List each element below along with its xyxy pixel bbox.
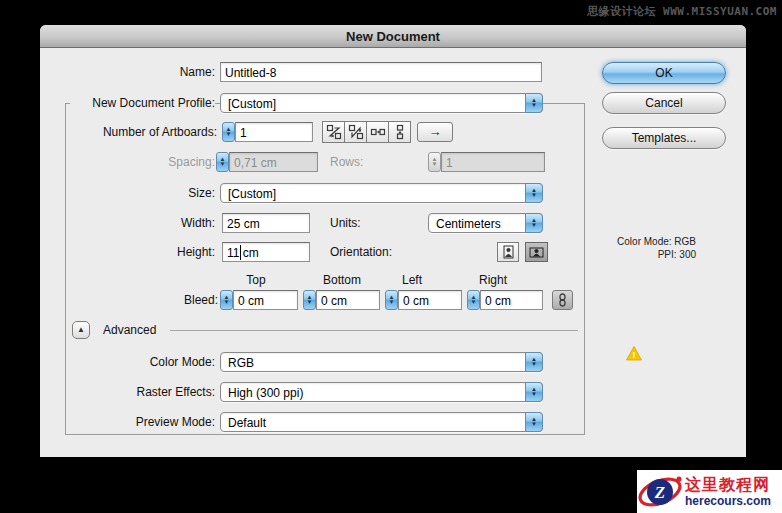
ok-button[interactable]: OK (602, 62, 726, 84)
portrait-icon (502, 245, 515, 259)
bleed-top-value: 0 cm (238, 294, 264, 308)
artboards-value: 1 (240, 126, 247, 140)
bleed-top-stepper[interactable]: ▲▼ (220, 290, 233, 310)
units-label: Units: (330, 213, 440, 233)
dialog-title: New Document (40, 25, 746, 48)
size-dropdown[interactable]: [Custom] ▲▼ (220, 183, 543, 203)
width-label: Width: (40, 213, 215, 233)
raster-effects-value: High (300 ppi) (228, 386, 303, 400)
grid-by-column-icon (348, 124, 364, 140)
arrange-by-column-icon (392, 124, 408, 140)
bleed-left-stepper[interactable]: ▲▼ (385, 290, 398, 310)
site-watermark: 思缘设计论坛 WWW.MISSYUAN.COM (587, 4, 777, 19)
advanced-divider (170, 330, 578, 331)
grid-by-row-icon (326, 124, 342, 140)
bleed-left-header: Left (402, 273, 422, 287)
name-input[interactable]: Untitled-8 (220, 62, 542, 82)
bleed-top-input[interactable]: 0 cm (233, 290, 298, 310)
logo-letter: Z (654, 483, 665, 502)
cancel-button-label: Cancel (645, 96, 682, 110)
new-document-dialog: New Document Name: Untitled-8 New Docume… (40, 25, 746, 457)
color-mode-label: Color Mode: (40, 352, 215, 372)
logo-domain: herecours.com (685, 494, 771, 508)
dropdown-stepper-icon: ▲▼ (525, 412, 543, 432)
grid-by-row-button[interactable] (322, 121, 345, 143)
layout-direction-button[interactable]: → (417, 122, 453, 142)
spacing-label: Spacing: (40, 152, 215, 172)
warning-icon: ! (626, 346, 642, 365)
rows-stepper: ▲▼ (428, 152, 441, 172)
text-cursor (240, 245, 241, 260)
artboards-stepper[interactable]: ▲▼ (222, 122, 235, 142)
size-label: Size: (40, 183, 215, 203)
dropdown-stepper-icon: ▲▼ (525, 352, 543, 372)
logo-title: 这里教程网 (685, 476, 771, 494)
bleed-right-stepper[interactable]: ▲▼ (467, 290, 480, 310)
logo-text: 这里教程网 herecours.com (685, 476, 771, 508)
height-input[interactable]: 11 cm (222, 242, 310, 262)
arrange-by-column-button[interactable] (388, 121, 411, 143)
bleed-label: Bleed: (40, 290, 218, 310)
bleed-bottom-stepper[interactable]: ▲▼ (303, 290, 316, 310)
spacing-value: 0,71 cm (234, 156, 277, 170)
chain-link-icon (558, 293, 567, 307)
raster-effects-dropdown[interactable]: High (300 ppi) ▲▼ (220, 382, 543, 402)
width-value: 25 cm (227, 217, 260, 231)
spacing-stepper[interactable]: ▲▼ (216, 152, 229, 172)
bleed-bottom-input[interactable]: 0 cm (316, 290, 380, 310)
advanced-label: Advanced (103, 321, 156, 339)
cancel-button[interactable]: Cancel (602, 92, 726, 114)
preview-mode-dropdown[interactable]: Default ▲▼ (220, 412, 543, 432)
site-logo: Z 这里教程网 herecours.com (637, 470, 782, 513)
height-value: 11 cm (227, 246, 259, 260)
spacing-input: 0,71 cm (229, 152, 318, 172)
height-label: Height: (40, 242, 215, 262)
dropdown-stepper-icon: ▲▼ (525, 213, 543, 233)
orientation-label: Orientation: (330, 242, 440, 262)
color-mode-value: RGB (228, 356, 254, 370)
advanced-disclosure-button[interactable]: ▲ (72, 321, 90, 339)
dropdown-stepper-icon: ▲▼ (525, 183, 543, 203)
raster-effects-label: Raster Effects: (40, 382, 215, 402)
bleed-bottom-value: 0 cm (321, 294, 347, 308)
size-value: [Custom] (228, 187, 276, 201)
z-logo-icon: Z (637, 471, 683, 513)
rows-label: Rows: (330, 152, 440, 172)
artboards-input[interactable]: 1 (235, 122, 313, 142)
grid-by-column-button[interactable] (344, 121, 367, 143)
arrange-by-row-button[interactable] (366, 121, 389, 143)
color-mode-dropdown[interactable]: RGB ▲▼ (220, 352, 543, 372)
units-dropdown[interactable]: Centimeters ▲▼ (428, 213, 543, 233)
dialog-titlebar[interactable]: New Document (40, 25, 746, 48)
name-label: Name: (40, 62, 215, 82)
rows-value: 1 (446, 156, 453, 170)
preview-mode-label: Preview Mode: (40, 412, 215, 432)
orientation-portrait-button[interactable] (497, 242, 519, 262)
info-ppi: PPI: 300 (520, 249, 696, 260)
profile-dropdown[interactable]: [Custom] ▲▼ (220, 93, 543, 113)
dropdown-stepper-icon: ▲▼ (525, 382, 543, 402)
templates-button[interactable]: Templates... (602, 127, 726, 149)
name-value: Untitled-8 (225, 66, 276, 80)
bleed-right-value: 0 cm (485, 294, 511, 308)
right-arrow-icon: → (429, 124, 442, 139)
width-input[interactable]: 25 cm (222, 213, 310, 233)
arrange-by-row-icon (370, 124, 386, 140)
bleed-right-input[interactable]: 0 cm (480, 290, 543, 310)
preview-mode-value: Default (228, 416, 266, 430)
bleed-link-button[interactable] (552, 290, 573, 310)
templates-button-label: Templates... (632, 131, 697, 145)
info-color-mode: Color Mode: RGB (520, 236, 696, 247)
rows-input: 1 (441, 152, 545, 172)
triangle-up-icon: ▲ (77, 325, 85, 334)
artboard-layout-buttons (322, 121, 410, 143)
bleed-bottom-header: Bottom (323, 273, 361, 287)
bleed-right-header: Right (479, 273, 507, 287)
bleed-top-header: Top (246, 273, 265, 287)
artboards-label: Number of Artboards: (40, 122, 217, 142)
profile-value: [Custom] (228, 97, 276, 111)
profile-label: New Document Profile: (70, 93, 215, 113)
bleed-left-input[interactable]: 0 cm (398, 290, 462, 310)
ok-button-label: OK (655, 66, 672, 80)
svg-text:!: ! (633, 350, 636, 360)
